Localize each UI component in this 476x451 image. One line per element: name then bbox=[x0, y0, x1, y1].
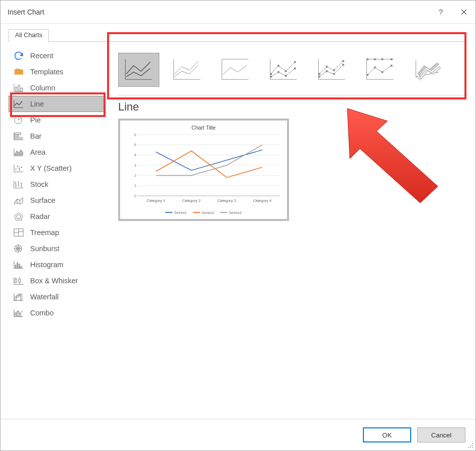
category-waterfall[interactable]: Waterfall bbox=[9, 289, 104, 305]
category-label: Area bbox=[30, 148, 46, 156]
recent-icon bbox=[13, 51, 24, 61]
window-title: Insert Chart bbox=[8, 8, 44, 16]
treemap-chart-icon bbox=[13, 228, 24, 238]
category-surface[interactable]: Surface bbox=[9, 192, 104, 208]
chart-category-list: Recent Templates Column bbox=[9, 44, 104, 417]
svg-rect-25 bbox=[19, 294, 20, 296]
category-label: Surface bbox=[30, 196, 55, 204]
svg-rect-45 bbox=[342, 60, 344, 62]
svg-point-11 bbox=[19, 169, 20, 170]
svg-rect-3 bbox=[18, 85, 20, 92]
resize-grip-icon[interactable] bbox=[467, 442, 474, 449]
window-controls: ? bbox=[429, 1, 475, 24]
category-combo[interactable]: Combo bbox=[9, 305, 104, 321]
svg-rect-46 bbox=[366, 74, 368, 76]
subtype-100-stacked-line[interactable] bbox=[215, 53, 256, 87]
category-column[interactable]: Column bbox=[9, 80, 104, 96]
pie-chart-icon bbox=[13, 115, 24, 125]
svg-rect-32 bbox=[285, 70, 287, 72]
svg-rect-6 bbox=[15, 133, 21, 135]
subtype-stacked-line-markers[interactable] bbox=[311, 53, 352, 87]
category-sunburst[interactable]: Sunburst bbox=[9, 241, 104, 257]
chart-preview[interactable]: Chart Title 0123456Category 1Category 2C… bbox=[118, 119, 289, 221]
scatter-chart-icon bbox=[13, 163, 24, 173]
subtype-100-stacked-line-markers[interactable] bbox=[359, 53, 401, 87]
category-histogram[interactable]: Histogram bbox=[9, 257, 104, 273]
svg-rect-79 bbox=[472, 447, 473, 448]
category-recent[interactable]: Recent bbox=[9, 48, 104, 64]
category-pie[interactable]: Pie bbox=[9, 112, 104, 128]
category-label: Column bbox=[30, 84, 55, 92]
svg-text:6: 6 bbox=[134, 133, 136, 137]
column-chart-icon bbox=[13, 83, 24, 93]
close-icon bbox=[461, 9, 467, 15]
svg-text:Category 2: Category 2 bbox=[182, 198, 201, 203]
category-area[interactable]: Area bbox=[9, 144, 104, 160]
svg-rect-29 bbox=[20, 314, 21, 317]
chart-subtype-row bbox=[118, 44, 467, 93]
svg-rect-35 bbox=[277, 71, 279, 73]
svg-rect-78 bbox=[470, 447, 471, 448]
chart-preview-plot: 0123456Category 1Category 2Category 3Cat… bbox=[127, 133, 283, 207]
waterfall-chart-icon bbox=[13, 292, 24, 302]
svg-rect-53 bbox=[391, 58, 393, 60]
svg-rect-8 bbox=[15, 138, 23, 139]
svg-text:Category 4: Category 4 bbox=[253, 198, 271, 203]
category-label: Stock bbox=[30, 180, 48, 188]
chart-subtype-panel: Line Chart Title 0123456Category 1Catego… bbox=[104, 44, 467, 417]
cancel-button[interactable]: Cancel bbox=[417, 427, 465, 442]
titlebar: Insert Chart ? bbox=[1, 1, 475, 24]
svg-rect-26 bbox=[21, 294, 22, 301]
svg-rect-23 bbox=[15, 297, 17, 300]
svg-text:Category 1: Category 1 bbox=[147, 198, 165, 203]
help-button[interactable]: ? bbox=[429, 1, 452, 24]
sunburst-chart-icon bbox=[13, 244, 24, 254]
subtype-line[interactable] bbox=[118, 53, 159, 87]
svg-rect-48 bbox=[382, 71, 384, 73]
category-templates[interactable]: Templates bbox=[9, 64, 104, 80]
svg-rect-34 bbox=[270, 76, 272, 78]
subtype-line-markers[interactable] bbox=[263, 53, 304, 87]
category-scatter[interactable]: X Y (Scatter) bbox=[9, 160, 104, 176]
category-label: Bar bbox=[30, 132, 42, 140]
svg-rect-21 bbox=[19, 264, 20, 268]
surface-chart-icon bbox=[13, 195, 24, 205]
svg-text:5: 5 bbox=[134, 143, 136, 147]
area-chart-icon bbox=[13, 147, 24, 157]
svg-rect-19 bbox=[15, 265, 17, 268]
category-boxwhisker[interactable]: Box & Whisker bbox=[9, 273, 104, 289]
dialog-buttons: OK Cancel bbox=[1, 419, 475, 450]
svg-text:Category 3: Category 3 bbox=[218, 198, 236, 203]
category-label: X Y (Scatter) bbox=[30, 164, 71, 172]
svg-point-9 bbox=[15, 169, 16, 170]
close-button[interactable] bbox=[452, 1, 475, 24]
svg-text:1: 1 bbox=[134, 183, 136, 188]
svg-rect-40 bbox=[333, 73, 335, 75]
radar-chart-icon bbox=[13, 211, 24, 221]
svg-rect-43 bbox=[326, 66, 328, 68]
legend-item: Series2 bbox=[202, 210, 214, 215]
category-label: Radar bbox=[30, 212, 50, 220]
category-stock[interactable]: Stock bbox=[9, 176, 104, 192]
svg-rect-44 bbox=[333, 69, 335, 71]
insert-chart-dialog: Insert Chart ? All Charts R bbox=[0, 0, 476, 451]
category-line[interactable]: Line bbox=[9, 96, 104, 112]
ok-button[interactable]: OK bbox=[363, 427, 411, 442]
category-label: Pie bbox=[30, 116, 41, 124]
chart-preview-title: Chart Title bbox=[127, 125, 280, 131]
svg-rect-30 bbox=[270, 73, 272, 75]
svg-rect-49 bbox=[391, 65, 393, 67]
svg-point-13 bbox=[19, 168, 20, 169]
svg-text:3: 3 bbox=[134, 163, 136, 168]
svg-rect-36 bbox=[285, 75, 287, 77]
category-radar[interactable]: Radar bbox=[9, 208, 104, 224]
tab-all-charts[interactable]: All Charts bbox=[9, 29, 49, 42]
svg-rect-75 bbox=[470, 445, 471, 446]
category-bar[interactable]: Bar bbox=[9, 128, 104, 144]
subtype-3d-line[interactable] bbox=[408, 53, 449, 87]
subtype-stacked-line[interactable] bbox=[166, 53, 208, 87]
category-label: Recent bbox=[30, 52, 53, 60]
svg-rect-77 bbox=[468, 447, 469, 448]
svg-text:0: 0 bbox=[134, 194, 136, 198]
category-treemap[interactable]: Treemap bbox=[9, 224, 104, 241]
